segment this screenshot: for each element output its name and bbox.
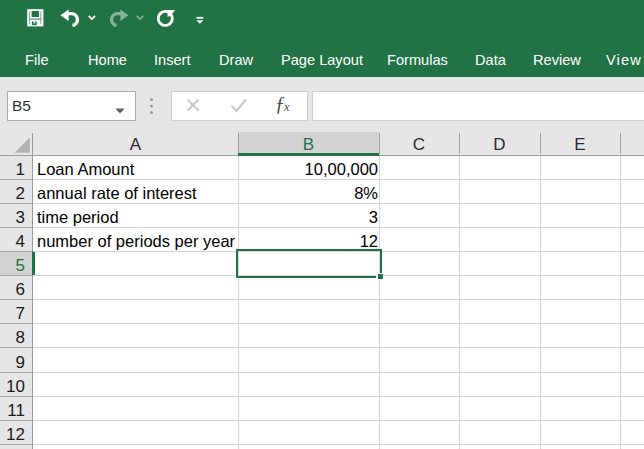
svg-text:x: x	[283, 100, 290, 114]
